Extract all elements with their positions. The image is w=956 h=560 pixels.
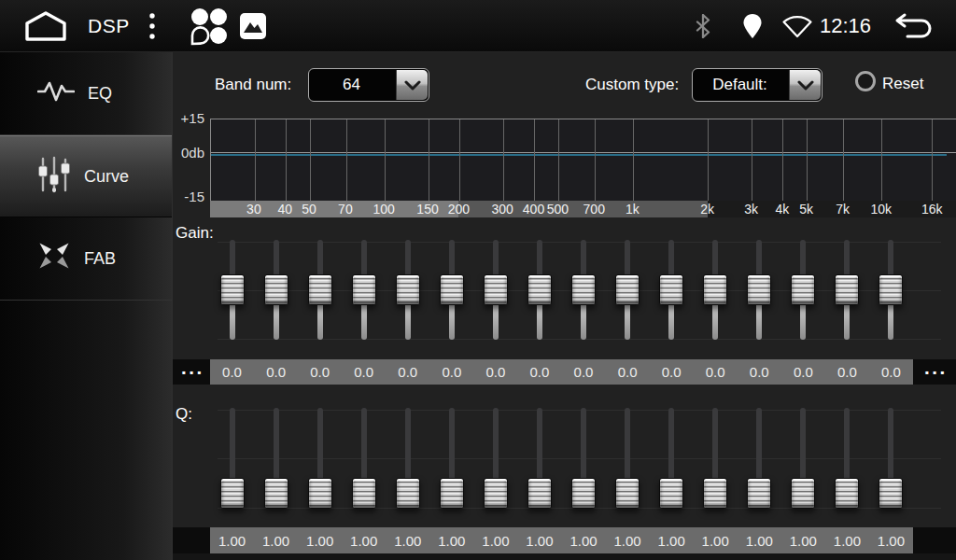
sidebar-item-label: EQ: [88, 84, 112, 104]
scroll-bands-left-button[interactable]: [173, 527, 210, 553]
band-slider[interactable]: [650, 240, 694, 340]
apps-clover-icon[interactable]: [189, 6, 230, 47]
gridline: [346, 119, 347, 201]
x-tick-label: 1k: [626, 201, 640, 217]
slider-thumb[interactable]: [835, 274, 859, 305]
slider-thumb[interactable]: [352, 274, 376, 305]
slider-thumb[interactable]: [703, 274, 727, 305]
slider-thumb[interactable]: [220, 478, 245, 509]
gain-value: 0.0: [210, 359, 254, 385]
slider-thumb[interactable]: [571, 274, 596, 305]
slider-thumb[interactable]: [440, 478, 464, 509]
chevron-down-icon[interactable]: [789, 70, 821, 100]
x-tick-label: 5k: [799, 201, 813, 217]
eq-response-curve[interactable]: [211, 154, 947, 156]
band-slider[interactable]: [869, 240, 913, 340]
band-slider[interactable]: [342, 240, 386, 340]
band-slider[interactable]: [254, 240, 298, 340]
slider-thumb[interactable]: [264, 274, 288, 305]
slider-thumb[interactable]: [484, 478, 508, 509]
sidebar-item-curve[interactable]: Curve: [0, 135, 172, 217]
slider-thumb[interactable]: [747, 274, 771, 305]
band-slider[interactable]: [694, 240, 738, 340]
band-slider[interactable]: [562, 408, 606, 509]
band-num-select[interactable]: 64: [308, 68, 429, 102]
eq-curve-plot[interactable]: [210, 119, 956, 201]
reset-radio-button[interactable]: [855, 71, 876, 91]
band-slider[interactable]: [517, 408, 561, 509]
location-icon: [742, 13, 763, 39]
band-slider[interactable]: [210, 408, 254, 509]
slider-thumb[interactable]: [615, 478, 640, 509]
band-slider[interactable]: [825, 408, 869, 509]
band-slider[interactable]: [298, 240, 342, 340]
slider-thumb[interactable]: [791, 274, 815, 305]
sidebar-item-fab[interactable]: FAB: [0, 217, 172, 301]
slider-thumb[interactable]: [615, 274, 640, 305]
band-slider[interactable]: [869, 408, 913, 509]
band-slider[interactable]: [562, 240, 606, 340]
slider-thumb[interactable]: [879, 478, 903, 509]
y-tick-label: 0db: [173, 145, 204, 161]
slider-thumb[interactable]: [527, 478, 552, 509]
custom-type-select[interactable]: Default:: [692, 68, 822, 102]
slider-thumb[interactable]: [308, 274, 332, 305]
slider-thumb[interactable]: [791, 478, 815, 509]
gallery-icon[interactable]: [239, 12, 267, 40]
band-slider[interactable]: [781, 240, 825, 340]
slider-thumb[interactable]: [308, 478, 332, 509]
slider-thumb[interactable]: [747, 478, 771, 509]
band-slider[interactable]: [210, 240, 254, 340]
band-slider[interactable]: [473, 240, 517, 340]
home-icon[interactable]: [22, 9, 69, 43]
back-icon[interactable]: [894, 12, 934, 40]
gain-value: 0.0: [606, 359, 650, 385]
sidebar-item-eq[interactable]: EQ: [0, 52, 172, 135]
slider-thumb[interactable]: [527, 274, 552, 305]
band-slider[interactable]: [517, 240, 561, 340]
x-tick-label: 500: [547, 201, 569, 217]
gain-value: 0.0: [781, 359, 825, 385]
band-slider[interactable]: [429, 240, 473, 340]
band-slider[interactable]: [429, 408, 473, 509]
q-value: 1.00: [738, 527, 781, 553]
gain-sliders: [210, 240, 913, 340]
status-bar: DSP 12:16: [0, 0, 956, 52]
scroll-bands-right-button[interactable]: ▪▪▪: [913, 359, 956, 385]
slider-thumb[interactable]: [571, 478, 596, 509]
slider-thumb[interactable]: [659, 274, 683, 305]
band-slider[interactable]: [738, 240, 781, 340]
slider-thumb[interactable]: [396, 274, 420, 305]
band-slider[interactable]: [342, 408, 386, 509]
slider-thumb[interactable]: [484, 274, 508, 305]
band-slider[interactable]: [298, 408, 342, 509]
scroll-bands-right-button[interactable]: [913, 527, 956, 553]
band-slider[interactable]: [386, 408, 429, 509]
band-slider[interactable]: [473, 408, 517, 509]
gridline: [932, 119, 933, 201]
band-slider[interactable]: [386, 240, 429, 340]
band-slider[interactable]: [694, 408, 738, 509]
chevron-down-icon[interactable]: [396, 70, 428, 100]
slider-thumb[interactable]: [659, 478, 683, 509]
slider-thumb[interactable]: [879, 274, 903, 305]
band-slider[interactable]: [650, 408, 694, 509]
band-slider[interactable]: [254, 408, 298, 509]
slider-thumb[interactable]: [264, 478, 288, 509]
band-slider[interactable]: [606, 240, 650, 340]
band-slider[interactable]: [781, 408, 825, 509]
slider-thumb[interactable]: [220, 274, 245, 305]
band-slider[interactable]: [738, 408, 781, 509]
slider-thumb[interactable]: [703, 478, 727, 509]
slider-thumb[interactable]: [396, 478, 420, 509]
scroll-bands-left-button[interactable]: ▪▪▪: [173, 359, 210, 385]
slider-thumb[interactable]: [835, 478, 859, 509]
gridline: [255, 119, 256, 201]
band-slider[interactable]: [825, 240, 869, 340]
slider-thumb[interactable]: [440, 274, 464, 305]
gain-value: 0.0: [562, 359, 606, 385]
menu-kebab-icon[interactable]: [146, 11, 159, 41]
slider-thumb[interactable]: [352, 478, 376, 509]
band-slider[interactable]: [606, 408, 650, 509]
reset-label: Reset: [882, 75, 923, 93]
